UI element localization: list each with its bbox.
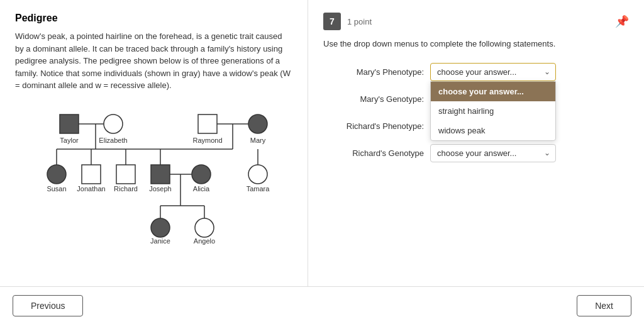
pedigree-svg: Taylor Elizabeth Raymond Mary (22, 108, 286, 259)
marys-phenotype-dropdown-wrapper: choose your answer... ⌄ choose your answ… (430, 63, 556, 81)
taylor-label: Taylor (60, 137, 79, 144)
left-panel: Pedigree Widow's peak, a pointed hairlin… (0, 0, 308, 286)
alicia-label: Alicia (192, 185, 209, 193)
previous-button[interactable]: Previous (13, 295, 83, 316)
richards-genotype-value: choose your answer... (437, 148, 516, 158)
pin-icon[interactable]: 📌 (615, 14, 629, 28)
richards-genotype-dropdown[interactable]: choose your answer... ⌄ (430, 144, 556, 162)
marys-phenotype-menu: choose your answer... straight hairling … (430, 81, 556, 141)
tamara-label: Tamara (246, 185, 270, 193)
elizabeth-label: Elizabeth (99, 137, 127, 144)
mary-symbol (248, 115, 267, 133)
marys-phenotype-label: Mary's Phenotype: (323, 67, 424, 77)
marys-phenotype-dropdown[interactable]: choose your answer... ⌄ (430, 63, 556, 81)
question-header: 7 1 point 📌 (323, 13, 629, 30)
marys-phenotype-chevron: ⌄ (544, 67, 550, 76)
richard-label: Richard (114, 185, 138, 193)
right-panel: 7 1 point 📌 Use the drop down menus to c… (308, 0, 644, 286)
question-text: Use the drop down menus to complete the … (323, 38, 629, 50)
mary-label: Mary (250, 137, 265, 144)
dropdown-option-choose[interactable]: choose your answer... (431, 82, 555, 101)
angelo-symbol (195, 218, 214, 237)
richards-genotype-label: Richard's Genotype (323, 148, 424, 158)
marys-phenotype-value: choose your answer... (437, 67, 516, 77)
richards-phenotype-label: Richard's Phenotype: (323, 121, 424, 131)
janice-symbol (151, 218, 170, 237)
susan-symbol (47, 165, 66, 184)
joseph-symbol (151, 165, 170, 184)
joseph-label: Joseph (149, 185, 171, 193)
pedigree-title: Pedigree (15, 13, 292, 24)
raymond-label: Raymond (192, 137, 222, 144)
richard-symbol (116, 165, 135, 184)
taylor-symbol (60, 115, 79, 133)
bottom-bar: Previous Next (0, 286, 644, 324)
janice-label: Janice (150, 237, 170, 245)
elizabeth-symbol (104, 115, 123, 133)
angelo-label: Angelo (193, 237, 214, 245)
pedigree-description: Widow's peak, a pointed hairline on the … (15, 30, 292, 92)
susan-label: Susan (47, 185, 66, 193)
next-button[interactable]: Next (577, 295, 631, 316)
jonathan-label: Jonathan (77, 185, 105, 193)
pedigree-diagram: Taylor Elizabeth Raymond Mary (15, 102, 292, 265)
dropdown-option-widows[interactable]: widows peak (431, 121, 555, 140)
marys-genotype-label: Mary's Genotype: (323, 94, 424, 104)
jonathan-symbol (82, 165, 101, 184)
question-points: 1 point (347, 17, 372, 26)
richards-genotype-dropdown-wrapper: choose your answer... ⌄ (430, 144, 556, 162)
richards-genotype-row: Richard's Genotype choose your answer...… (323, 144, 629, 162)
question-number: 7 (323, 13, 341, 30)
richards-genotype-chevron: ⌄ (544, 148, 550, 157)
raymond-symbol (198, 115, 217, 133)
dropdown-option-straight[interactable]: straight hairling (431, 101, 555, 121)
tamara-symbol (248, 165, 267, 184)
marys-phenotype-row: Mary's Phenotype: choose your answer... … (323, 63, 629, 81)
alicia-symbol (192, 165, 211, 184)
